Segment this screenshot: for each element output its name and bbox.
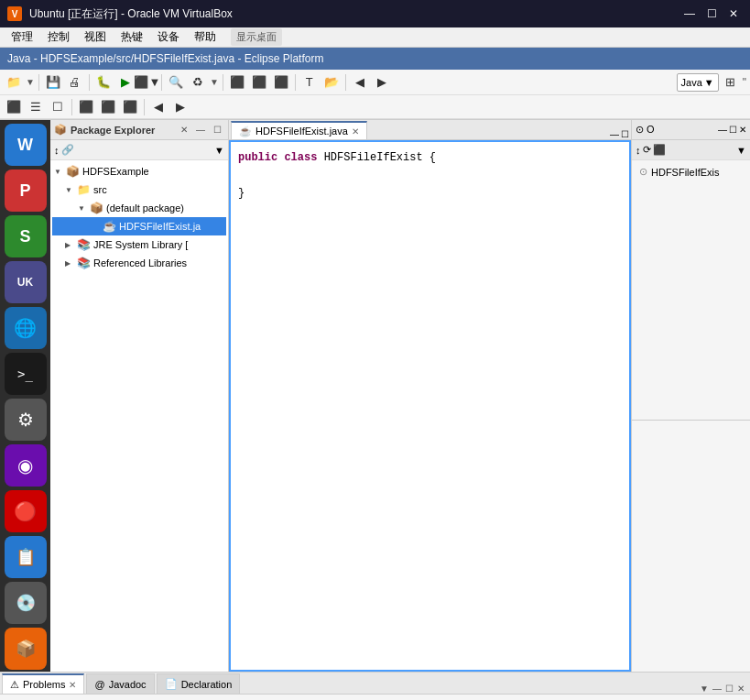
right-panel: ⊙ O — ☐ ✕ ↕ ⟳ ⬛ ▼ ⊙ HDFSFileIfExis xyxy=(631,120,750,672)
open-type-button[interactable]: T xyxy=(299,72,320,93)
open-perspective-button[interactable]: ⊞ xyxy=(721,72,741,93)
hierarchy-button[interactable]: ⬛ xyxy=(4,97,24,117)
problems-tab-label: Problems xyxy=(23,679,65,690)
package-explorer-minimize[interactable]: — xyxy=(193,123,208,137)
next-edit-button[interactable]: ⬛ xyxy=(249,72,269,93)
refactor-button[interactable]: ♻ xyxy=(188,72,208,93)
problems-tab-close[interactable]: ✕ xyxy=(69,680,76,690)
package-explorer-maximize[interactable]: ☐ xyxy=(210,123,224,137)
outline-button[interactable]: ☐ xyxy=(48,97,68,117)
tree-item-jre[interactable]: ▶ 📚 JRE System Library [ xyxy=(52,235,226,254)
outline-item-hdfsfile[interactable]: ⊙ HDFSFileIfExis xyxy=(636,164,746,180)
tree-item-reflibrary[interactable]: ▶ 📚 Referenced Libraries xyxy=(52,254,226,272)
save-button[interactable]: 💾 xyxy=(43,72,63,93)
taskbar-app3-icon[interactable]: 🔴 xyxy=(5,490,47,532)
bottom-close-btn[interactable]: ✕ xyxy=(737,684,745,694)
taskbar-uk-icon[interactable]: UK xyxy=(5,261,47,303)
toggle-button[interactable]: ⬛ xyxy=(98,97,118,117)
editor-maximize-btn[interactable]: ☐ xyxy=(621,129,629,139)
tab-problems[interactable]: ⚠ Problems ✕ xyxy=(2,673,84,694)
package-tree: ▼ 📦 HDFSExample ▼ 📁 src ▼ 📦 (default pac… xyxy=(50,160,228,672)
tree-item-src[interactable]: ▼ 📁 src xyxy=(52,180,226,199)
search-button[interactable]: 🔍 xyxy=(166,72,186,93)
tab-declaration[interactable]: 📄 Declaration xyxy=(157,673,241,694)
taskbar-terminal-icon[interactable]: >_ xyxy=(5,353,47,395)
menu-control[interactable]: 控制 xyxy=(40,27,77,47)
reflib-icon: 📚 xyxy=(76,256,91,270)
code-blank xyxy=(238,167,622,185)
taskbar-p-icon[interactable]: P xyxy=(5,170,47,212)
bottom-maximize-btn[interactable]: ☐ xyxy=(725,684,734,694)
taskbar-app4-icon[interactable]: 📋 xyxy=(5,536,47,578)
prev-edit-button[interactable]: ⬛ xyxy=(227,72,247,93)
collapse-all-btn[interactable]: ↕ xyxy=(54,145,60,156)
tab-javadoc[interactable]: @ Javadoc xyxy=(86,673,154,694)
editor-tab-label: HDFSFileIfExist.java xyxy=(255,126,348,137)
tree-item-default-package[interactable]: ▼ 📦 (default package) xyxy=(52,199,226,217)
editor-tab-hdfsfile[interactable]: ☕ HDFSFileIfExist.java ✕ xyxy=(231,121,367,139)
bottom-minimize-btn[interactable]: ▼ xyxy=(700,684,709,694)
print-button[interactable]: 🖨 xyxy=(65,72,85,93)
right-panel-close[interactable]: ✕ xyxy=(739,125,746,135)
prev-nav-button[interactable]: ◀ xyxy=(148,97,168,117)
app-icon: V xyxy=(7,6,22,21)
right-panel-minimize[interactable]: — xyxy=(718,125,727,135)
package-explorer-close[interactable]: ✕ xyxy=(177,123,191,137)
show-outline-button[interactable]: ⬛ xyxy=(76,97,96,117)
editor-tab-close[interactable]: ✕ xyxy=(352,126,359,137)
menu-device[interactable]: 设备 xyxy=(150,27,187,47)
maximize-button[interactable]: ☐ xyxy=(702,5,721,23)
minimize-button[interactable]: — xyxy=(680,5,699,23)
link-editor-btn[interactable]: 🔗 xyxy=(61,144,74,156)
run-button[interactable]: ▶ xyxy=(115,72,136,93)
right-panel-header: ⊙ O — ☐ ✕ xyxy=(632,120,750,140)
editor-minimize-btn[interactable]: — xyxy=(610,129,619,139)
run-dropdown[interactable]: ⬛▼ xyxy=(137,72,158,93)
menu-view[interactable]: 视图 xyxy=(77,27,114,47)
separator-7 xyxy=(71,99,72,115)
java-file-icon: ☕ xyxy=(102,219,116,234)
bottom-minimize-btn2[interactable]: — xyxy=(712,684,722,694)
outline-menu-btn[interactable]: ▼ xyxy=(736,145,746,156)
new-button[interactable]: 📁 xyxy=(4,72,24,93)
title-bar: V Ubuntu [正在运行] - Oracle VM VirtualBox —… xyxy=(0,0,750,27)
sort-alpha-btn[interactable]: ⟳ xyxy=(643,144,651,156)
tree-item-hdfsfile[interactable]: ☕ HDFSFileIfExist.ja xyxy=(52,217,226,235)
panel-controls: ✕ — ☐ xyxy=(177,123,224,137)
taskbar-app2-icon[interactable]: ◉ xyxy=(5,444,47,487)
sort-btn[interactable]: ↕ xyxy=(636,145,641,156)
package-explorer-panel: 📦 Package Explorer ✕ — ☐ ↕ 🔗 ▼ ▼ 📦 xyxy=(50,120,229,672)
debug-button[interactable]: 🐛 xyxy=(93,72,114,93)
taskbar-settings-icon[interactable]: ⚙ xyxy=(5,399,47,441)
next-nav-button[interactable]: ▶ xyxy=(170,97,190,117)
menu-hotkey[interactable]: 热键 xyxy=(114,27,150,47)
view-menu-btn[interactable]: ▼ xyxy=(214,145,224,156)
taskbar-w-icon[interactable]: W xyxy=(5,124,47,166)
open-resource-button[interactable]: 📂 xyxy=(321,72,342,93)
keyword-class: class xyxy=(284,151,317,164)
taskbar-app1-icon[interactable]: 🌐 xyxy=(5,307,47,349)
filter-btn[interactable]: ⬛ xyxy=(653,144,666,156)
show-desktop-btn[interactable]: 显示桌面 xyxy=(231,28,282,46)
mark-button[interactable]: ⬛ xyxy=(120,97,140,117)
bottom-panel-controls: ▼ — ☐ ✕ xyxy=(700,684,748,694)
members-button[interactable]: ☰ xyxy=(26,97,46,117)
prev-annot-button[interactable]: ⬛ xyxy=(271,72,291,93)
perspective-dropdown[interactable]: Java ▼ xyxy=(677,73,719,92)
taskbar-app5-icon[interactable]: 💿 xyxy=(5,582,47,624)
right-panel-controls: — ☐ ✕ xyxy=(718,125,746,135)
separator-1 xyxy=(38,74,39,91)
toolbar-more-button[interactable]: " xyxy=(743,76,746,89)
problems-icon: ⚠ xyxy=(10,679,19,691)
tree-item-hdfsexample[interactable]: ▼ 📦 HDFSExample xyxy=(52,162,226,180)
menu-manage[interactable]: 管理 xyxy=(4,27,40,47)
taskbar-s-icon[interactable]: S xyxy=(5,215,47,257)
menu-help[interactable]: 帮助 xyxy=(187,27,223,47)
close-button[interactable]: ✕ xyxy=(724,5,743,23)
forward-button[interactable]: ▶ xyxy=(372,72,392,93)
right-panel-scroll[interactable] xyxy=(632,420,750,673)
taskbar-app6-icon[interactable]: 📦 xyxy=(5,628,47,670)
back-button[interactable]: ◀ xyxy=(350,72,370,93)
editor-content[interactable]: public class HDFSFileIfExist { } xyxy=(229,140,631,672)
right-panel-maximize[interactable]: ☐ xyxy=(729,125,737,135)
